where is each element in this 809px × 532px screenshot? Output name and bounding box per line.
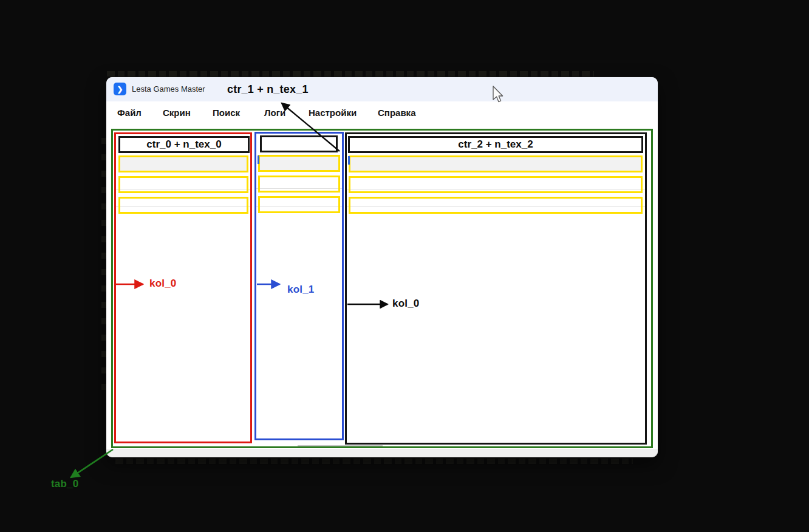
column-0-entry-2[interactable] — [118, 176, 248, 193]
column-1-entry-3[interactable] — [258, 196, 340, 213]
column-2-entry-2[interactable] — [349, 176, 643, 193]
annotation-label-tab0: tab_0 — [51, 478, 78, 490]
column-0-entry-1[interactable] — [118, 155, 248, 172]
menu-item-spravka[interactable]: Справка — [378, 107, 415, 118]
background-text-smudge — [107, 71, 594, 77]
window-title: Lesta Games Master — [132, 84, 205, 94]
menu-item-fayl[interactable]: Файл — [117, 107, 142, 118]
column-0: ctr_0 + n_tex_0 — [114, 132, 252, 443]
annotation-label-ctr1: ctr_1 + n_tex_1 — [227, 83, 309, 96]
column-2-header: ctr_2 + n_tex_2 — [348, 136, 643, 153]
column-0-entry-3[interactable] — [118, 197, 248, 214]
column-1-header — [260, 135, 338, 152]
menu-bar: Файл Скрин Поиск Логи Настройки Справка — [106, 101, 658, 129]
menu-item-poisk[interactable]: Поиск — [213, 107, 240, 118]
background-text-smudge — [115, 459, 633, 464]
column-2-entry-3[interactable] — [349, 197, 643, 214]
annotation-label-kol0-red: kol_0 — [149, 278, 176, 290]
column-2: ctr_2 + n_tex_2 — [345, 132, 647, 445]
text-cursor — [348, 156, 350, 165]
tab-frame: ctr_0 + n_tex_0 ctr_2 + n_tex_2 — [111, 129, 653, 448]
menu-item-nastroyki[interactable]: Настройки — [309, 107, 357, 118]
scrollbar-remnant — [298, 445, 383, 446]
app-window: ❯ Lesta Games Master ✕ Файл Скрин Поиск … — [106, 77, 658, 457]
text-cursor — [258, 155, 259, 164]
column-1-entry-2[interactable] — [258, 176, 340, 193]
menu-item-logi[interactable]: Логи — [264, 107, 285, 118]
desktop-background: ❯ Lesta Games Master ✕ Файл Скрин Поиск … — [0, 0, 809, 532]
column-1-entry-1[interactable] — [258, 155, 340, 172]
annotation-label-kol1-blue: kol_1 — [287, 284, 314, 296]
app-logo-icon: ❯ — [114, 83, 126, 95]
column-0-header: ctr_0 + n_tex_0 — [118, 136, 250, 153]
titlebar[interactable]: ❯ Lesta Games Master ✕ — [106, 77, 658, 101]
chevron-glyph: ❯ — [117, 85, 123, 94]
menu-item-skrin[interactable]: Скрин — [163, 107, 191, 118]
annotation-label-kol0-black: kol_0 — [392, 298, 419, 310]
column-2-entry-1[interactable] — [349, 155, 643, 172]
window-bottom-edge — [106, 449, 658, 457]
